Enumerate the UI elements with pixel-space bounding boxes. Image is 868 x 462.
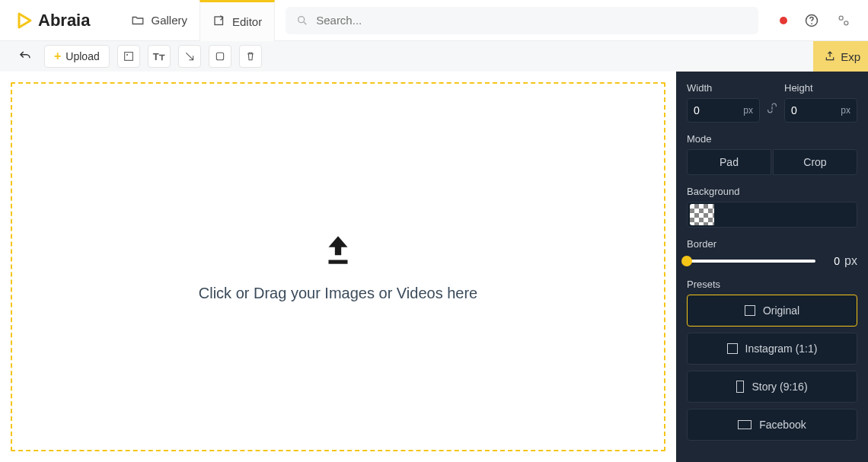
link-dimensions-button[interactable] xyxy=(766,88,778,117)
export-icon xyxy=(824,50,836,62)
record-indicator[interactable] xyxy=(780,17,787,24)
transparent-swatch[interactable] xyxy=(690,204,714,225)
svg-rect-10 xyxy=(329,260,348,264)
gear-icon xyxy=(836,13,851,28)
square-icon xyxy=(727,343,738,354)
tab-editor[interactable]: Editor xyxy=(199,0,275,41)
svg-point-8 xyxy=(126,54,128,56)
svg-point-5 xyxy=(839,16,843,20)
border-label: Border xyxy=(687,238,857,250)
svg-rect-0 xyxy=(215,17,223,25)
background-label: Background xyxy=(687,186,857,197)
width-input-wrap[interactable]: px xyxy=(687,98,760,123)
play-icon xyxy=(15,11,34,30)
link-icon xyxy=(766,102,778,114)
presets-label: Presets xyxy=(687,279,857,290)
undo-icon xyxy=(18,49,32,63)
border-unit: px xyxy=(844,254,857,268)
background-input[interactable] xyxy=(687,202,857,228)
preset-story-label: Story (9:16) xyxy=(752,381,807,393)
preset-instagram[interactable]: Instagram (1:1) xyxy=(687,333,857,365)
image-icon xyxy=(123,50,135,62)
svg-point-1 xyxy=(298,16,305,22)
tab-gallery-label: Gallery xyxy=(151,14,187,27)
arrow-tool-button[interactable] xyxy=(178,45,201,68)
dropzone-text: Click or Drag your Images or Videos here xyxy=(199,285,477,302)
main: Click or Drag your Images or Videos here… xyxy=(0,72,868,462)
canvas-area: Click or Drag your Images or Videos here xyxy=(0,72,676,462)
image-tool-button[interactable] xyxy=(117,45,140,68)
rect-icon xyxy=(214,50,226,62)
svg-line-2 xyxy=(304,22,306,24)
svg-rect-7 xyxy=(124,53,132,61)
preset-facebook-label: Facebook xyxy=(759,419,806,431)
portrait-icon xyxy=(736,381,744,393)
header-actions xyxy=(769,13,862,28)
dropzone[interactable]: Click or Drag your Images or Videos here xyxy=(11,82,665,451)
height-label: Height xyxy=(784,82,857,94)
shape-tool-button[interactable] xyxy=(209,45,231,68)
arrow-icon xyxy=(183,50,196,62)
folder-icon xyxy=(131,14,145,27)
text-tool-button[interactable]: Tᴛ xyxy=(148,45,171,68)
height-input-wrap[interactable]: px xyxy=(784,98,857,123)
preset-facebook[interactable]: Facebook xyxy=(687,409,857,441)
svg-point-6 xyxy=(844,21,848,24)
upload-label: Upload xyxy=(65,50,99,62)
tab-editor-label: Editor xyxy=(232,15,262,28)
brand-name: Abraia xyxy=(38,11,90,30)
delete-button[interactable] xyxy=(239,45,262,68)
border-slider[interactable] xyxy=(687,260,815,263)
nav-tabs: Gallery Editor xyxy=(119,0,275,41)
mode-crop-button[interactable]: Crop xyxy=(773,149,857,175)
export-button[interactable]: Exp xyxy=(813,41,868,72)
slider-thumb[interactable] xyxy=(681,256,692,266)
preset-instagram-label: Instagram (1:1) xyxy=(745,343,818,355)
upload-icon xyxy=(319,231,357,269)
preset-original[interactable]: Original xyxy=(687,295,857,327)
preset-original-label: Original xyxy=(763,304,799,317)
mode-label: Mode xyxy=(687,133,857,145)
width-unit: px xyxy=(743,105,753,116)
text-icon: Tᴛ xyxy=(153,51,165,62)
svg-point-4 xyxy=(811,23,812,24)
mode-pad-button[interactable]: Pad xyxy=(687,149,771,175)
brand-logo[interactable]: Abraia xyxy=(6,11,99,30)
export-label: Exp xyxy=(841,50,860,63)
plus-icon: + xyxy=(54,49,61,63)
help-button[interactable] xyxy=(804,13,819,28)
height-unit: px xyxy=(841,105,850,116)
search-input[interactable] xyxy=(316,14,748,27)
properties-sidebar: Width px Height px Mode Pad Cr xyxy=(676,72,868,462)
svg-rect-9 xyxy=(216,53,223,59)
border-value-input[interactable] xyxy=(823,255,840,267)
toolbar: + Upload Tᴛ Exp xyxy=(0,41,868,72)
tab-gallery[interactable]: Gallery xyxy=(119,0,199,41)
upload-button[interactable]: + Upload xyxy=(44,45,110,68)
width-input[interactable] xyxy=(694,104,743,116)
landscape-icon xyxy=(745,305,755,316)
width-label: Width xyxy=(687,82,760,94)
edit-icon xyxy=(212,14,226,28)
header: Abraia Gallery Editor xyxy=(0,0,868,41)
height-input[interactable] xyxy=(791,104,841,116)
search-bar[interactable] xyxy=(286,7,758,34)
preset-story[interactable]: Story (9:16) xyxy=(687,371,857,403)
undo-button[interactable] xyxy=(14,45,37,68)
wide-icon xyxy=(738,420,752,429)
search-icon xyxy=(296,14,308,27)
trash-icon xyxy=(244,50,257,62)
help-icon xyxy=(804,13,819,28)
settings-button[interactable] xyxy=(836,13,851,28)
